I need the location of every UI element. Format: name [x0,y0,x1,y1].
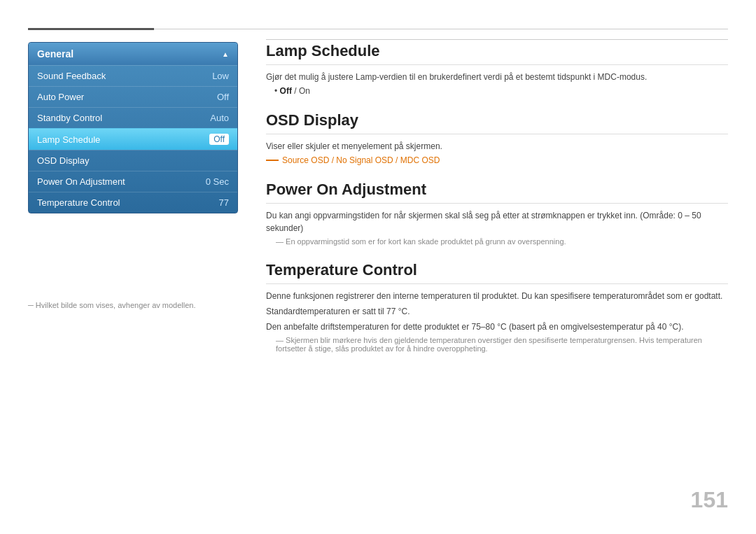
section-desc-power-on-adjustment: Du kan angi oppvarmingstiden for når skj… [266,209,728,234]
section-temperature-control: Temperature Control Denne funksjonen reg… [266,261,728,353]
top-line-light [154,29,728,29]
menu-item-label: OSD Display [37,155,89,166]
section-title-power-on-adjustment: Power On Adjustment [266,181,728,204]
menu-item-lamp-schedule[interactable]: Lamp Schedule Off [29,128,237,150]
section-title-osd-display: OSD Display [266,111,728,134]
menu-item-value: Off [217,92,229,102]
menu-item-temperature-control[interactable]: Temperature Control 77 [29,192,237,213]
section-title-lamp-schedule: Lamp Schedule [266,42,728,65]
bottom-note: Hvilket bilde som vises, avhenger av mod… [28,301,196,309]
menu-item-label: Standby Control [37,113,102,123]
section-title-temperature-control: Temperature Control [266,261,728,284]
menu-item-value: Low [212,71,229,81]
menu-item-auto-power[interactable]: Auto Power Off [29,86,237,107]
section-rule [266,39,728,40]
note-line-power-on: En oppvarmingstid som er for kort kan sk… [266,237,728,246]
menu-box: General ▲ Sound Feedback Low Auto Power … [28,42,238,213]
section-desc-temperature-control-3: Den anbefalte driftstemperaturen for det… [266,321,728,333]
menu-item-label: Lamp Schedule [37,134,100,145]
highlight-off: Off [280,86,292,96]
menu-item-osd-display[interactable]: OSD Display [29,150,237,171]
note-line-temperature: Skjermen blir mørkere hvis den gjeldende… [266,336,728,353]
left-menu-panel: General ▲ Sound Feedback Low Auto Power … [28,42,238,213]
top-line-dark [28,28,154,30]
menu-item-value: 0 Sec [206,176,229,187]
menu-item-label: Auto Power [37,92,84,102]
osd-links: Source OSD / No Signal OSD / MDC OSD [266,155,728,165]
menu-item-value: Auto [210,113,229,123]
section-desc-temperature-control-1: Denne funksjonen registrerer den interne… [266,290,728,302]
menu-item-standby-control[interactable]: Standby Control Auto [29,107,237,128]
right-content: Lamp Schedule Gjør det mulig å justere L… [266,42,728,368]
menu-item-label: Temperature Control [37,197,120,208]
menu-item-label: Sound Feedback [37,71,106,81]
menu-item-sound-feedback[interactable]: Sound Feedback Low [29,65,237,86]
section-desc-osd-display: Viser eller skjuler et menyelement på sk… [266,140,728,153]
page-number: 151 [691,487,728,513]
section-desc-temperature-control-2: Standardtemperaturen er satt til 77 °C. [266,305,728,318]
section-list-lamp-schedule: Off / On [274,86,728,96]
section-lamp-schedule: Lamp Schedule Gjør det mulig å justere L… [266,42,728,96]
menu-header-label: General [37,48,74,59]
section-desc-lamp-schedule: Gjør det mulig å justere Lamp-verdien ti… [266,71,728,83]
menu-header: General ▲ [29,43,237,65]
section-power-on-adjustment: Power On Adjustment Du kan angi oppvarmi… [266,181,728,246]
section-osd-display: OSD Display Viser eller skjuler et menye… [266,111,728,165]
osd-dash-icon [266,160,279,161]
list-item: Off / On [274,86,728,96]
menu-item-power-on-adjustment[interactable]: Power On Adjustment 0 Sec [29,171,237,192]
menu-item-label: Power On Adjustment [37,176,125,187]
top-decorative-lines [28,28,728,30]
osd-link-text: Source OSD / No Signal OSD / MDC OSD [282,155,440,165]
menu-item-value: Off [209,134,229,145]
menu-item-value: 77 [219,197,229,208]
menu-header-arrow-icon: ▲ [222,50,229,58]
